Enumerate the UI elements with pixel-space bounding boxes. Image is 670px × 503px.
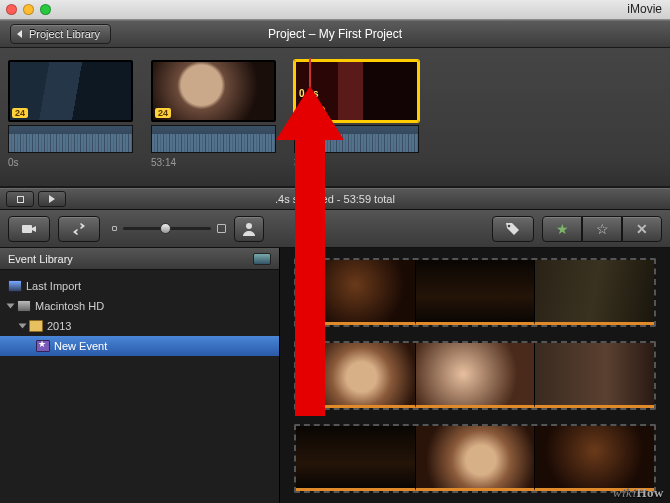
selection-status-text: .4s selected - 53:59 total: [0, 193, 670, 205]
filmstrip-frame[interactable]: [535, 426, 654, 491]
swap-layout-button[interactable]: [58, 216, 100, 242]
tag-icon: [505, 222, 521, 236]
person-filter-button[interactable]: [234, 216, 264, 242]
harddrive-icon: [17, 300, 31, 312]
swap-icon: [71, 222, 87, 236]
clip-timecode: 53:14: [151, 157, 276, 168]
star-filled-icon: ★: [556, 221, 569, 237]
import-camera-button[interactable]: [8, 216, 50, 242]
clip-timecode: 3:53: [294, 157, 419, 168]
svg-point-1: [246, 223, 252, 229]
wikihow-watermark: wikiHow: [613, 485, 664, 501]
slider-knob[interactable]: [160, 223, 171, 234]
clip-timecode: 0s: [8, 157, 133, 168]
tree-item-year[interactable]: 2013: [0, 316, 279, 336]
tree-item-new-event[interactable]: New Event: [0, 336, 279, 356]
project-header: Project Library Project – My First Proje…: [0, 20, 670, 48]
event-tree[interactable]: Last Import Macintosh HD 2013 New Event: [0, 270, 279, 503]
main-toolbar: ★ ☆ ✕: [0, 210, 670, 248]
play-button[interactable]: [38, 191, 66, 207]
event-star-icon: [36, 340, 50, 352]
clip-thumbnail[interactable]: 24: [8, 60, 133, 122]
clip-audio-waveform[interactable]: [8, 125, 133, 153]
filmstrip-frame[interactable]: [535, 343, 654, 408]
reject-button[interactable]: ✕: [622, 216, 662, 242]
slider-max-icon: [217, 224, 226, 233]
timeline-clip[interactable]: 24 53:14: [151, 60, 276, 168]
filmstrip-frame[interactable]: [296, 343, 416, 408]
transition-gap-handle[interactable]: [297, 106, 325, 132]
playhead-line[interactable]: [309, 58, 311, 150]
star-outline-icon: ☆: [596, 221, 609, 237]
stop-icon: [17, 196, 24, 203]
clip-thumbnail[interactable]: 24: [151, 60, 276, 122]
event-browser[interactable]: [280, 248, 670, 503]
timeline-status-bar: .4s selected - 53:59 total: [0, 188, 670, 210]
app-title: iMovie: [627, 2, 662, 16]
project-library-button[interactable]: Project Library: [10, 24, 111, 44]
keyword-tool-button[interactable]: [492, 216, 534, 242]
slider-min-icon: [112, 226, 117, 231]
event-filmstrip[interactable]: [294, 258, 656, 327]
unrate-button[interactable]: ☆: [582, 216, 622, 242]
zoom-window-button[interactable]: [40, 4, 51, 15]
disk-icon[interactable]: [253, 253, 271, 265]
filmstrip-frame[interactable]: [296, 426, 416, 491]
play-icon: [49, 195, 55, 203]
timeline-clip[interactable]: 24 0s: [8, 60, 133, 168]
svg-rect-0: [22, 225, 32, 233]
window-traffic-lights: [6, 4, 51, 15]
filmstrip-frame[interactable]: [535, 260, 654, 325]
slider-track[interactable]: [123, 227, 211, 230]
filmstrip-frame[interactable]: [416, 343, 536, 408]
minimize-window-button[interactable]: [23, 4, 34, 15]
calendar-icon: [29, 320, 43, 332]
fps-badge: 24: [12, 108, 28, 118]
thumbnail-size-slider[interactable]: [112, 224, 226, 233]
filmstrip-frame[interactable]: [296, 260, 416, 325]
event-library-title: Event Library: [8, 253, 73, 265]
monitor-icon: [8, 280, 22, 292]
window-titlebar: iMovie: [0, 0, 670, 20]
svg-point-2: [508, 224, 511, 227]
favorite-button[interactable]: ★: [542, 216, 582, 242]
tree-item-macintosh-hd[interactable]: Macintosh HD: [0, 296, 279, 316]
fps-badge: 24: [155, 108, 171, 118]
filmstrip-frame[interactable]: [416, 260, 536, 325]
tree-label: Macintosh HD: [35, 300, 104, 312]
clip-audio-waveform[interactable]: [151, 125, 276, 153]
tree-label: New Event: [54, 340, 107, 352]
event-library-header: Event Library: [0, 248, 279, 270]
disclosure-triangle-icon[interactable]: [19, 324, 27, 329]
event-filmstrip[interactable]: [294, 341, 656, 410]
tree-label: 2013: [47, 320, 71, 332]
person-icon: [241, 222, 257, 236]
gap-duration-label: 0.4s: [299, 88, 318, 99]
frame-view-button[interactable]: [6, 191, 34, 207]
close-window-button[interactable]: [6, 4, 17, 15]
rating-segment: ★ ☆ ✕: [542, 216, 662, 242]
x-icon: ✕: [636, 221, 648, 237]
filmstrip-frame[interactable]: [416, 426, 536, 491]
tree-label: Last Import: [26, 280, 81, 292]
disclosure-triangle-icon[interactable]: [7, 304, 15, 309]
project-timeline[interactable]: 0.4s 24 0s 24 53:14 24 3:53: [0, 48, 670, 188]
event-filmstrip[interactable]: [294, 424, 656, 493]
tree-item-last-import[interactable]: Last Import: [0, 276, 279, 296]
camera-icon: [21, 222, 37, 236]
event-library-panel: Event Library Last Import Macintosh HD 2…: [0, 248, 280, 503]
